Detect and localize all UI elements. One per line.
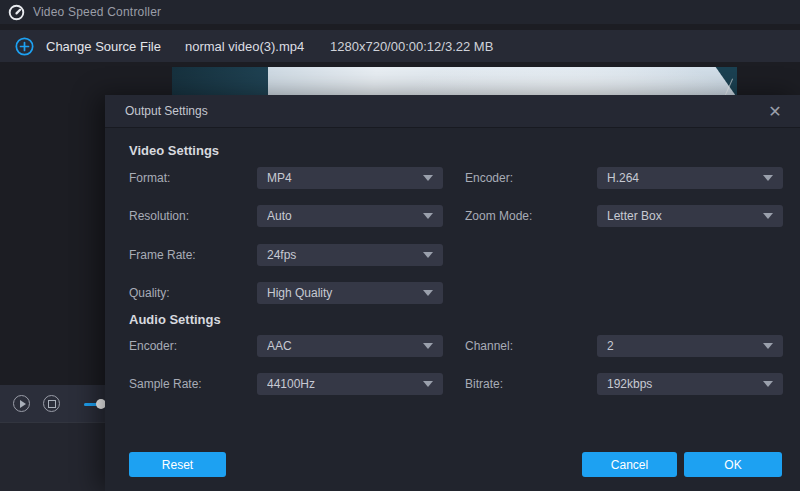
sample-rate-dropdown[interactable]: 44100Hz: [257, 373, 443, 395]
channel-dropdown[interactable]: 2: [597, 335, 783, 357]
quality-value: High Quality: [267, 286, 423, 300]
dialog-header: Output Settings ✕: [105, 95, 800, 128]
frame-rate-value: 24fps: [267, 248, 423, 262]
settings-row: Frame Rate: 24fps: [105, 244, 800, 266]
cancel-button[interactable]: Cancel: [582, 452, 677, 477]
sample-rate-value: 44100Hz: [267, 377, 423, 391]
encoder-label: Encoder:: [465, 167, 513, 189]
output-settings-dialog: Output Settings ✕ Video Settings Format:…: [105, 95, 800, 491]
format-label: Format:: [129, 167, 170, 189]
title-bar: Video Speed Controller: [0, 0, 800, 24]
audio-encoder-value: AAC: [267, 339, 423, 353]
reset-button[interactable]: Reset: [129, 452, 226, 477]
resolution-dropdown[interactable]: Auto: [257, 205, 443, 227]
ok-button[interactable]: OK: [684, 452, 782, 477]
stop-button[interactable]: [43, 395, 60, 412]
audio-encoder-dropdown[interactable]: AAC: [257, 335, 443, 357]
chevron-down-icon: [763, 175, 773, 181]
audio-settings-heading: Audio Settings: [129, 312, 221, 327]
chevron-down-icon: [423, 252, 433, 258]
change-source-file-button[interactable]: Change Source File: [0, 37, 161, 56]
chevron-down-icon: [423, 175, 433, 181]
video-settings-heading: Video Settings: [129, 143, 219, 158]
dialog-title: Output Settings: [125, 104, 208, 118]
zoom-mode-label: Zoom Mode:: [465, 205, 532, 227]
quality-label: Quality:: [129, 282, 170, 304]
current-filename: normal video(3).mp4: [185, 39, 304, 54]
plus-circle-icon: [15, 37, 34, 56]
quality-dropdown[interactable]: High Quality: [257, 282, 443, 304]
zoom-mode-dropdown[interactable]: Letter Box: [597, 205, 783, 227]
channel-value: 2: [607, 339, 763, 353]
resolution-value: Auto: [267, 209, 423, 223]
frame-rate-label: Frame Rate:: [129, 244, 196, 266]
chevron-down-icon: [763, 213, 773, 219]
settings-row: Resolution: Auto Zoom Mode: Letter Box: [105, 205, 800, 227]
resolution-label: Resolution:: [129, 205, 189, 227]
bitrate-dropdown[interactable]: 192kbps: [597, 373, 783, 395]
chevron-down-icon: [423, 290, 433, 296]
encoder-value: H.264: [607, 171, 763, 185]
close-icon[interactable]: ✕: [764, 101, 786, 123]
chevron-down-icon: [423, 381, 433, 387]
app-logo-speedometer-icon: [8, 4, 25, 21]
bitrate-label: Bitrate:: [465, 373, 503, 395]
chevron-down-icon: [763, 381, 773, 387]
chevron-down-icon: [423, 213, 433, 219]
bitrate-value: 192kbps: [607, 377, 763, 391]
audio-encoder-label: Encoder:: [129, 335, 177, 357]
settings-row: Sample Rate: 44100Hz Bitrate: 192kbps: [105, 373, 800, 395]
file-info: 1280x720/00:00:12/3.22 MB: [330, 39, 493, 54]
play-button[interactable]: [13, 395, 30, 412]
chevron-down-icon: [423, 343, 433, 349]
format-dropdown[interactable]: MP4: [257, 167, 443, 189]
window-title: Video Speed Controller: [33, 5, 161, 19]
settings-row: Format: MP4 Encoder: H.264: [105, 167, 800, 189]
toolbar: Change Source File normal video(3).mp4 1…: [0, 30, 800, 62]
chevron-down-icon: [763, 343, 773, 349]
encoder-dropdown[interactable]: H.264: [597, 167, 783, 189]
settings-row: Quality: High Quality: [105, 282, 800, 304]
settings-row: Encoder: AAC Channel: 2: [105, 335, 800, 357]
sample-rate-label: Sample Rate:: [129, 373, 202, 395]
channel-label: Channel:: [465, 335, 513, 357]
change-source-file-label: Change Source File: [46, 39, 161, 54]
frame-rate-dropdown[interactable]: 24fps: [257, 244, 443, 266]
format-value: MP4: [267, 171, 423, 185]
zoom-mode-value: Letter Box: [607, 209, 763, 223]
